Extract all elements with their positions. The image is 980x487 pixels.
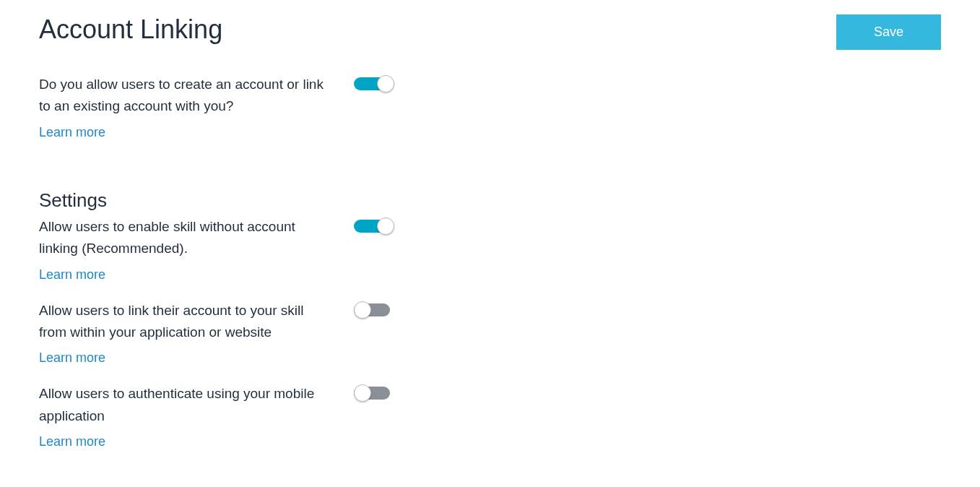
main-setting-label: Do you allow users to create an account … [39, 74, 328, 118]
setting-toggle-mobile-auth[interactable] [354, 384, 396, 402]
setting-toggle-enable-without-linking[interactable] [354, 217, 396, 235]
setting-learn-more-link[interactable]: Learn more [39, 267, 105, 283]
setting-toggle-link-from-app[interactable] [354, 301, 396, 319]
setting-item-0: Allow users to enable skill without acco… [39, 216, 941, 296]
settings-title: Settings [39, 189, 941, 212]
main-setting-block: Do you allow users to create an account … [39, 74, 941, 153]
setting-item-2: Allow users to authenticate using your m… [39, 383, 941, 462]
setting-learn-more-link[interactable]: Learn more [39, 350, 105, 366]
setting-learn-more-link[interactable]: Learn more [39, 434, 105, 449]
setting-label: Allow users to enable skill without acco… [39, 216, 328, 260]
setting-label: Allow users to link their account to you… [39, 300, 328, 344]
save-button[interactable]: Save [836, 14, 941, 50]
main-setting-learn-more-link[interactable]: Learn more [39, 125, 105, 140]
setting-label: Allow users to authenticate using your m… [39, 383, 328, 427]
setting-item-1: Allow users to link their account to you… [39, 300, 941, 379]
main-setting-toggle[interactable] [354, 75, 396, 92]
page-title: Account Linking [39, 14, 941, 45]
